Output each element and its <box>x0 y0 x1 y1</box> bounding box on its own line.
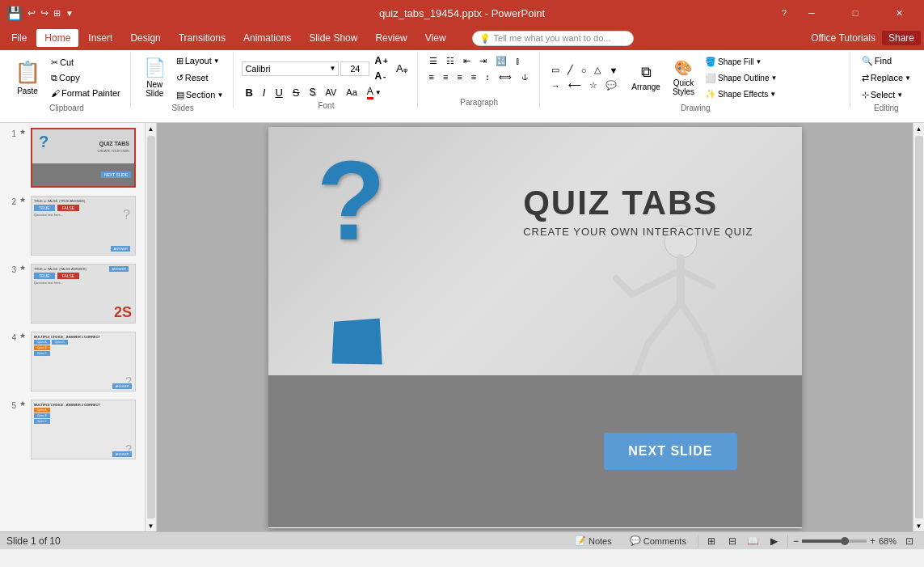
decrease-indent-btn[interactable]: ⇤ <box>460 53 474 68</box>
shape-fill-btn[interactable]: 🪣 Shape Fill ▼ <box>702 54 780 69</box>
shape-outline-icon: ⬜ <box>705 73 716 83</box>
share-btn[interactable]: Share <box>882 31 921 45</box>
maximize-btn[interactable]: □ <box>837 0 874 26</box>
slide-thumb-4[interactable]: 4 ★ MULTIPLE CHOICE - ANSWER 1 CORRECT O… <box>3 330 141 393</box>
menu-view[interactable]: View <box>417 29 454 47</box>
clear-format-btn[interactable]: Aᵩ <box>393 61 411 76</box>
zoom-out-btn[interactable]: − <box>793 535 799 547</box>
slide-main-title: QUIZ TABS <box>523 184 753 222</box>
smart-art-btn[interactable]: 🔣 <box>492 53 510 68</box>
normal-view-btn[interactable]: ⊞ <box>703 533 719 549</box>
undo-btn[interactable]: ↩ <box>27 7 36 19</box>
slide-thumb-5[interactable]: 5 ★ MULTIPLE CHOICE - ANSWER 2 CORRECT O… <box>3 398 141 461</box>
format-painter-btn[interactable]: 🖌 Format Painter <box>48 86 124 100</box>
shape-callout[interactable]: 💬 <box>602 78 620 93</box>
minimize-btn[interactable]: ─ <box>793 0 830 26</box>
shape-arrow[interactable]: → <box>548 78 563 93</box>
shape-effects-btn[interactable]: ✨ Shape Effects ▼ <box>702 87 780 101</box>
notes-icon: 📝 <box>575 535 586 546</box>
slide-sorter-btn[interactable]: ⊟ <box>724 533 740 549</box>
section-btn[interactable]: ▤ Section ▼ <box>173 87 227 102</box>
font-name-select[interactable]: Calibri ▼ <box>242 61 339 76</box>
slideshow-btn[interactable]: ▶ <box>766 533 783 549</box>
copy-btn[interactable]: ⧉ Copy <box>48 70 124 85</box>
increase-indent-btn[interactable]: ⇥ <box>476 53 490 68</box>
cut-btn[interactable]: ✂ Cut <box>48 55 124 70</box>
strikethrough-btn[interactable]: S <box>289 85 303 99</box>
menu-animations[interactable]: Animations <box>235 29 299 47</box>
underline-btn[interactable]: U <box>272 85 285 99</box>
bullets-btn[interactable]: ☰ <box>426 53 441 68</box>
shape-star[interactable]: ☆ <box>586 78 601 93</box>
right-scrollbar: ▲ ▼ <box>913 123 924 531</box>
question-mark: ? <box>317 135 386 266</box>
left-scrollbar: ▲ ▼ <box>146 123 157 531</box>
text-direction-btn[interactable]: ⟺ <box>496 70 515 84</box>
fit-window-btn[interactable]: ⊡ <box>901 533 918 549</box>
decrease-font-btn[interactable]: A- <box>371 69 391 83</box>
align-right-btn[interactable]: ≡ <box>454 70 465 84</box>
scroll-down-right-btn[interactable]: ▼ <box>916 520 922 531</box>
zoom-in-btn[interactable]: + <box>870 535 875 547</box>
menu-design[interactable]: Design <box>122 29 168 47</box>
new-slide-btn[interactable]: 📄 New Slide <box>139 53 171 102</box>
menu-transitions[interactable]: Transitions <box>171 29 234 47</box>
numbering-btn[interactable]: ☷ <box>443 53 458 68</box>
office-tutorials-link[interactable]: Office Tutorials <box>811 32 875 44</box>
increase-font-btn[interactable]: A+ <box>371 53 391 68</box>
shape-line[interactable]: ╱ <box>564 63 576 78</box>
menu-home[interactable]: Home <box>36 29 78 47</box>
next-slide-btn[interactable]: NEXT SLIDE <box>604 433 736 470</box>
close-btn[interactable]: ✕ <box>880 0 918 26</box>
shape-triangle[interactable]: △ <box>591 63 604 78</box>
replace-btn[interactable]: ⇄ Replace ▼ <box>859 70 914 85</box>
scroll-down-btn[interactable]: ▼ <box>148 520 154 531</box>
comments-btn[interactable]: 💬 Comments <box>623 535 693 547</box>
paste-btn[interactable]: 📋 Paste <box>10 53 45 102</box>
change-case-btn[interactable]: Aa <box>343 85 360 99</box>
columns-btn[interactable]: ⫿ <box>513 53 524 68</box>
shape-outline-btn[interactable]: ⬜ Shape Outline ▼ <box>702 70 780 85</box>
redo-btn[interactable]: ↪ <box>40 7 49 19</box>
scroll-thumb-v <box>147 136 155 518</box>
shape-rect[interactable]: ▭ <box>548 63 563 78</box>
shape-oval[interactable]: ○ <box>578 63 590 78</box>
menu-review[interactable]: Review <box>367 29 415 47</box>
slide-thumb-1[interactable]: 1 ★ ? QUIZ TABS CREATE YOUR OWN NEXT SLI… <box>3 126 141 189</box>
find-btn[interactable]: 🔍 Find <box>859 53 914 68</box>
line-spacing-btn[interactable]: ↕ <box>482 70 493 84</box>
text-align-btn[interactable]: ⫝ <box>517 70 533 84</box>
shape-arrow2[interactable]: ⟵ <box>565 78 584 93</box>
slide-thumb-2[interactable]: 2 ★ TRUE or FALSE: (TRUE ANSWER) TRUE FA… <box>3 194 141 257</box>
zoom-slider[interactable] <box>802 539 867 543</box>
char-spacing-btn[interactable]: AV <box>322 85 340 99</box>
reading-view-btn[interactable]: 📖 <box>745 533 762 549</box>
font-size-select[interactable]: 24 <box>340 61 369 76</box>
customize-qa[interactable]: ▼ <box>65 9 74 18</box>
menu-insert[interactable]: Insert <box>80 29 120 47</box>
select-btn[interactable]: ⊹ Select ▼ <box>859 87 914 102</box>
scroll-up-btn[interactable]: ▲ <box>148 123 154 134</box>
bold-btn[interactable]: B <box>242 85 255 99</box>
tell-me-input[interactable]: 💡 Tell me what you want to do... <box>472 31 634 46</box>
notes-btn[interactable]: 📝 Notes <box>568 535 618 547</box>
shape-more[interactable]: ▼ <box>605 63 621 78</box>
menu-file[interactable]: File <box>3 29 35 47</box>
scroll-up-right-btn[interactable]: ▲ <box>916 123 922 134</box>
align-center-btn[interactable]: ≡ <box>440 70 451 84</box>
font-color-btn[interactable]: A ▼ <box>364 85 385 99</box>
italic-btn[interactable]: I <box>259 85 269 99</box>
title-bar-controls: ? ─ □ ✕ <box>782 0 918 26</box>
layout-btn[interactable]: ⊞ Layout ▼ <box>173 53 227 68</box>
shadow-btn[interactable]: S <box>306 85 319 99</box>
font-group: Calibri ▼ 24 A+ A- Aᵩ B I U S <box>235 52 417 108</box>
menu-slideshow[interactable]: Slide Show <box>301 29 365 47</box>
arrange-btn[interactable]: ⧉ Arrange <box>627 53 665 102</box>
slide-thumb-3[interactable]: 3 ★ TRUE or FALSE: (FALSE ANSWER) TRUE F… <box>3 262 141 325</box>
align-left-btn[interactable]: ≡ <box>426 70 437 84</box>
svg-line-8 <box>705 339 717 374</box>
reset-btn[interactable]: ↺ Reset <box>173 70 227 85</box>
justify-btn[interactable]: ≡ <box>468 70 479 84</box>
slide-num-4: 4 <box>5 333 16 342</box>
quick-styles-btn[interactable]: 🎨 Quick Styles <box>668 53 699 102</box>
